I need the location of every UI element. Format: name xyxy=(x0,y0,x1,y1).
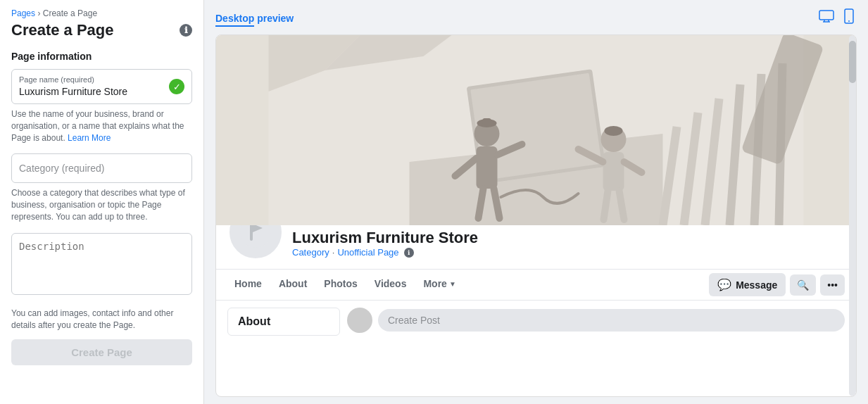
fb-nav-actions: 💬 Message 🔍 ••• xyxy=(709,273,845,296)
desktop-label[interactable]: Desktop xyxy=(215,13,254,27)
search-icon: 🔍 xyxy=(797,279,809,291)
message-button[interactable]: 💬 Message xyxy=(709,273,786,296)
search-button[interactable]: 🔍 xyxy=(790,274,816,296)
profile-info: Luxurism Furniture Store Category · Unof… xyxy=(292,229,478,260)
svg-rect-0 xyxy=(819,11,834,20)
breadcrumb-current: Create a Page xyxy=(43,8,97,18)
preview-header: Desktop preview xyxy=(215,7,857,29)
svg-rect-11 xyxy=(477,146,498,189)
nav-about[interactable]: About xyxy=(272,270,314,300)
profile-section: Luxurism Furniture Store Category · Unof… xyxy=(216,225,856,270)
ellipsis-icon: ••• xyxy=(827,279,838,291)
svg-line-16 xyxy=(479,189,484,218)
create-post-avatar xyxy=(347,308,372,333)
chevron-down-icon: ▼ xyxy=(449,280,456,288)
page-title: Create a Page xyxy=(11,21,114,39)
nav-photos[interactable]: Photos xyxy=(317,270,364,300)
category-help-text: Choose a category that describes what ty… xyxy=(11,187,192,222)
svg-rect-19 xyxy=(603,152,624,191)
svg-rect-13 xyxy=(483,118,491,125)
breadcrumb-separator: › xyxy=(37,8,40,18)
scroll-thumb[interactable] xyxy=(849,41,856,83)
create-post-area: Create Post xyxy=(347,308,845,333)
breadcrumb-pages[interactable]: Pages xyxy=(11,8,35,18)
page-name-field[interactable]: Page name (required) Luxurism Furniture … xyxy=(11,69,192,104)
nav-home[interactable]: Home xyxy=(227,270,269,300)
category-info-icon: ℹ xyxy=(404,248,414,258)
create-page-button[interactable]: Create Page xyxy=(11,339,192,365)
create-post-button[interactable]: Create Post xyxy=(378,309,845,332)
scroll-track[interactable] xyxy=(849,35,856,396)
preview-title: Desktop preview xyxy=(215,13,294,24)
info-icon[interactable]: ℹ xyxy=(180,24,192,37)
description-field[interactable] xyxy=(11,233,192,295)
svg-line-24 xyxy=(619,191,624,220)
footer-text: You can add images, contact info and oth… xyxy=(11,308,192,332)
about-section-box: About xyxy=(227,308,340,336)
preview-icons xyxy=(816,7,857,29)
page-name-value: Luxurism Furniture Store xyxy=(19,86,127,97)
fb-bottom-strip: About Create Post xyxy=(216,301,856,343)
cover-photo xyxy=(216,35,856,225)
svg-point-20 xyxy=(605,126,623,136)
page-name-label: Page name (required) xyxy=(19,75,184,84)
more-actions-button[interactable]: ••• xyxy=(820,274,845,296)
preview-label: preview xyxy=(257,13,294,24)
desktop-preview-btn[interactable] xyxy=(816,7,837,29)
fb-nav: Home About Photos Videos More ▼ 💬 Messag… xyxy=(216,270,856,301)
left-panel: Pages › Create a Page Create a Page ℹ Pa… xyxy=(0,0,204,404)
profile-page-name: Luxurism Furniture Store xyxy=(292,229,478,247)
fb-preview-card: Luxurism Furniture Store Category · Unof… xyxy=(215,34,857,397)
messenger-icon: 💬 xyxy=(717,278,731,291)
page-name-check-icon: ✓ xyxy=(169,79,184,94)
category-field[interactable]: Category (required) xyxy=(11,153,192,183)
svg-point-5 xyxy=(848,20,850,22)
right-panel: Desktop preview xyxy=(204,0,868,404)
learn-more-link[interactable]: Learn More xyxy=(68,133,111,143)
breadcrumb: Pages › Create a Page xyxy=(11,8,192,18)
page-name-help-text: Use the name of your business, brand or … xyxy=(11,108,192,144)
nav-more[interactable]: More ▼ xyxy=(416,270,463,300)
page-information-label: Page information xyxy=(11,51,192,62)
svg-line-23 xyxy=(604,191,608,220)
mobile-preview-btn[interactable] xyxy=(841,7,857,29)
svg-rect-35 xyxy=(250,224,253,241)
nav-videos[interactable]: Videos xyxy=(367,270,414,300)
profile-category: Category · Unofficial Page ℹ xyxy=(292,247,478,258)
